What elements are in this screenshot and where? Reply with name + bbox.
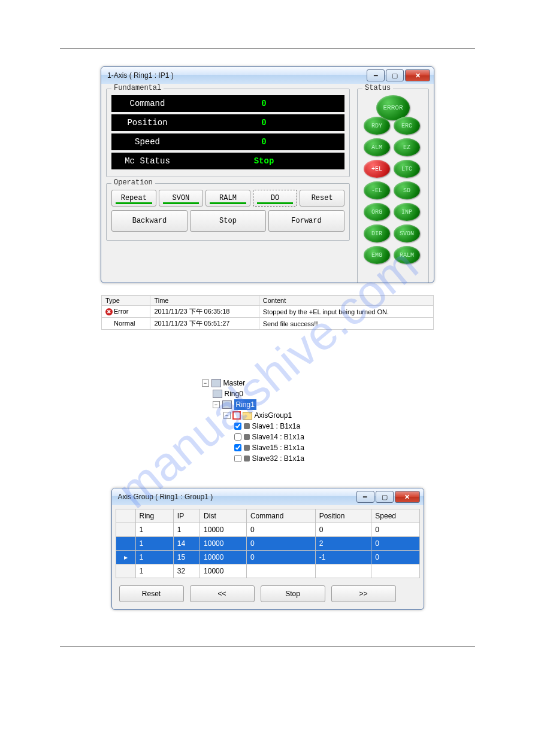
grid-col-speed[interactable]: Speed (371, 509, 419, 523)
reset-button[interactable]: Reset (300, 190, 344, 207)
repeat-button[interactable]: Repeat (111, 190, 156, 207)
collapse-icon[interactable]: − (202, 379, 209, 387)
grid-cell-position[interactable]: -1 (315, 551, 371, 564)
tree-node-ring0[interactable]: Ring0 (202, 388, 334, 399)
grid-row-header[interactable] (116, 564, 135, 578)
slave-checkbox[interactable] (234, 444, 241, 451)
grid-cell-ip[interactable]: 14 (173, 537, 200, 551)
grid-row[interactable]: 11410000020 (116, 537, 419, 551)
grid-row[interactable]: 1110000000 (116, 523, 419, 537)
stop-button[interactable]: Stop (190, 210, 266, 232)
axisgroup-checkbox[interactable] (233, 412, 240, 419)
pel-led: +EL (364, 160, 390, 178)
mc-status-value: Stop (183, 156, 344, 166)
tree-node-master[interactable]: − Master (202, 378, 334, 388)
tree-node-slave[interactable]: Slave1 : B1x1a (202, 421, 334, 432)
grid-cell-dist[interactable]: 10000 (200, 564, 247, 578)
svon-button[interactable]: SVON (159, 190, 204, 207)
log-content-cell: Send file success!! (259, 318, 433, 330)
grid-cell-ip[interactable]: 15 (173, 551, 200, 564)
log-row[interactable]: iNormal2011/11/23 下午 05:51:27Send file s… (102, 318, 434, 330)
sd-led: SD (394, 181, 420, 199)
slave-checkbox[interactable] (234, 455, 241, 462)
grid-cell-position[interactable] (315, 564, 371, 578)
grid-row[interactable]: ▸115100000-10 (116, 551, 419, 564)
minimize-button[interactable]: ━ (356, 491, 374, 503)
grid-col-ip[interactable]: IP (173, 509, 200, 523)
collapse-icon[interactable]: − (223, 412, 231, 419)
grid-cell-ring[interactable]: 1 (135, 523, 173, 537)
axis-group-title: Axis Group ( Ring1 : Group1 ) (118, 493, 213, 501)
tree-node-axisgroup1[interactable]: − AxisGroup1 (202, 410, 334, 421)
grid-cell-speed[interactable]: 0 (371, 551, 419, 564)
maximize-button[interactable]: ▢ (376, 491, 394, 503)
slave-checkbox[interactable] (234, 423, 241, 430)
grid-cell-command[interactable] (246, 564, 315, 578)
grid-row[interactable]: 13210000 (116, 564, 419, 578)
log-table: Type Time Content ✖Error2011/11/23 下午 06… (101, 295, 434, 330)
maximize-button[interactable]: ▢ (386, 69, 404, 81)
axis-group-titlebar[interactable]: Axis Group ( Ring1 : Group1 ) ━ ▢ ✕ (112, 488, 424, 505)
tree-node-slave[interactable]: Slave32 : B1x1a (202, 453, 334, 464)
tree-label-slave: Slave32 : B1x1a (252, 453, 304, 464)
tree-node-slave[interactable]: Slave14 : B1x1a (202, 432, 334, 442)
group-back-button[interactable]: << (190, 585, 255, 602)
ralm-led: RALM (394, 246, 420, 264)
ralm-button[interactable]: RALM (205, 190, 250, 207)
log-row[interactable]: ✖Error2011/11/23 下午 06:35:18Stopped by t… (102, 306, 434, 318)
group-fwd-button[interactable]: >> (331, 585, 396, 602)
inp-led: INP (394, 203, 420, 221)
slave-icon (244, 456, 250, 462)
slave-checkbox[interactable] (234, 433, 241, 441)
grid-cell-ring[interactable]: 1 (135, 551, 173, 564)
grid-col-dist[interactable]: Dist (200, 509, 247, 523)
minimize-button[interactable]: ━ (367, 69, 385, 81)
close-button[interactable]: ✕ (405, 69, 430, 81)
grid-cell-position[interactable]: 2 (315, 537, 371, 551)
axis-window-title: 1-Axis ( Ring1 : IP1 ) (107, 71, 174, 80)
backward-button[interactable]: Backward (111, 210, 188, 232)
tree-label-master: Master (223, 378, 246, 388)
device-tree[interactable]: − Master Ring0 − Ring1 − AxisGroup1 Slav… (202, 378, 334, 464)
grid-cell-dist[interactable]: 10000 (200, 551, 247, 564)
slave-icon (244, 445, 250, 451)
forward-button[interactable]: Forward (268, 210, 344, 232)
ring-icon (222, 400, 232, 409)
fundamental-legend: Fundamental (111, 84, 164, 92)
ltc-led: LTC (394, 160, 420, 178)
grid-col-ring[interactable]: Ring (135, 509, 173, 523)
tree-label-axisgroup1: AxisGroup1 (255, 410, 292, 421)
axis-window-titlebar[interactable]: 1-Axis ( Ring1 : IP1 ) ━ ▢ ✕ (101, 67, 434, 84)
close-button[interactable]: ✕ (395, 491, 420, 503)
grid-col-command[interactable]: Command (246, 509, 315, 523)
grid-cell-speed[interactable]: 0 (371, 537, 419, 551)
grid-cell-ip[interactable]: 1 (173, 523, 200, 537)
grid-cell-position[interactable]: 0 (315, 523, 371, 537)
grid-col-position[interactable]: Position (315, 509, 371, 523)
grid-row-header[interactable] (116, 537, 135, 551)
grid-cell-speed[interactable]: 0 (371, 523, 419, 537)
collapse-icon[interactable]: − (213, 401, 220, 408)
grid-cell-dist[interactable]: 10000 (200, 537, 247, 551)
grid-cell-speed[interactable] (371, 564, 419, 578)
tree-node-ring1[interactable]: − Ring1 (202, 399, 334, 410)
grid-cell-dist[interactable]: 10000 (200, 523, 247, 537)
grid-cell-ip[interactable]: 32 (173, 564, 200, 578)
grid-cell-command[interactable]: 0 (246, 523, 315, 537)
grid-cell-ring[interactable]: 1 (135, 537, 173, 551)
grid-cell-command[interactable]: 0 (246, 537, 315, 551)
grid-row-header[interactable]: ▸ (116, 551, 135, 564)
group-stop-button[interactable]: Stop (261, 585, 325, 602)
grid-row-header[interactable] (116, 523, 135, 537)
log-content-cell: Stopped by the +EL input being turned ON… (259, 306, 433, 318)
do-button[interactable]: DO (253, 190, 298, 207)
slave-icon (244, 423, 250, 429)
group-reset-button[interactable]: Reset (119, 585, 184, 602)
tree-label-ring0: Ring0 (225, 388, 243, 399)
tree-node-slave[interactable]: Slave15 : B1x1a (202, 442, 334, 453)
grid-cell-command[interactable]: 0 (246, 551, 315, 564)
grid-cell-ring[interactable]: 1 (135, 564, 173, 578)
status-legend: Status (362, 84, 393, 92)
speed-label: Speed (111, 137, 183, 147)
axis-group-grid[interactable]: Ring IP Dist Command Position Speed 1110… (116, 509, 420, 578)
